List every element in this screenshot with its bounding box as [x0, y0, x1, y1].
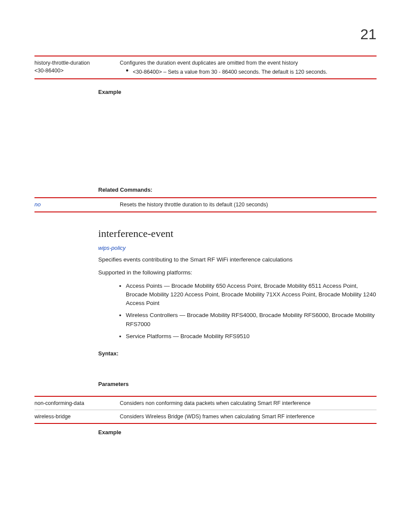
example-section: Example: [98, 89, 377, 95]
related-commands-section: Related Commands:: [98, 187, 377, 193]
param-name-line1: history-throttle-duration: [34, 60, 90, 66]
syntax-heading: Syntax:: [98, 350, 377, 357]
param-key: non-conforming-data: [34, 397, 120, 410]
param-desc-line1: Configures the duration event duplicates…: [120, 60, 298, 66]
related-desc-cell: Resets the history throttle duration to …: [120, 198, 377, 212]
table-row: history-throttle-duration <30-86400> Con…: [34, 56, 377, 78]
interference-event-section: interference-event wips-policy Specifies…: [98, 228, 377, 387]
related-commands-heading: Related Commands:: [98, 187, 377, 193]
parameters-table: non-conforming-data Considers non confor…: [34, 397, 377, 423]
list-item: Service Platforms — Brocade Mobility RFS…: [126, 332, 377, 341]
example-heading: Example: [98, 89, 377, 95]
table-row: no Resets the history throttle duration …: [34, 198, 377, 212]
wips-policy-link[interactable]: wips-policy: [98, 245, 377, 251]
table-row: wireless-bridge Considers Wireless Bridg…: [34, 410, 377, 423]
example-heading-2: Example: [98, 429, 377, 436]
related-table-bottom-rule: [34, 212, 377, 212]
list-item: Access Points — Brocade Mobility 650 Acc…: [126, 282, 377, 308]
related-commands-table: no Resets the history throttle duration …: [34, 198, 377, 212]
section-title: interference-event: [98, 228, 377, 240]
page-number: 21: [34, 26, 377, 43]
param-name-line2: <30-86400>: [34, 68, 63, 74]
param-desc-cell: Configures the duration event duplicates…: [120, 56, 377, 78]
bullet-icon: •: [126, 68, 128, 73]
param-name-cell: history-throttle-duration <30-86400>: [34, 56, 120, 78]
example-section-2: Example: [98, 429, 377, 436]
syntax-body-placeholder: [98, 361, 377, 371]
parameters-heading: Parameters: [98, 381, 377, 387]
param-desc-bullet-text: <30-86400> – Sets a value from 30 - 8640…: [133, 68, 327, 76]
related-key-cell: no: [34, 198, 120, 212]
history-throttle-table: history-throttle-duration <30-86400> Con…: [34, 56, 377, 78]
table-bottom-rule: [34, 78, 377, 79]
page-container: 21 history-throttle-duration <30-86400> …: [0, 0, 411, 466]
no-command-link[interactable]: no: [34, 201, 40, 208]
param-desc: Considers Wireless Bridge (WDS) frames w…: [120, 410, 377, 423]
platform-list: Access Points — Brocade Mobility 650 Acc…: [98, 282, 377, 341]
list-item: Wireless Controllers — Brocade Mobility …: [126, 311, 377, 329]
param-desc: Considers non conforming data packets wh…: [120, 397, 377, 410]
table-row: non-conforming-data Considers non confor…: [34, 397, 377, 410]
param-desc-bullet-row: • <30-86400> – Sets a value from 30 - 86…: [126, 68, 373, 76]
example-body-placeholder: [34, 100, 377, 177]
supported-paragraph: Supported in the following platforms:: [98, 268, 377, 277]
intro-paragraph: Specifies events contributing to the Sma…: [98, 255, 377, 264]
params-table-bottom-rule: [34, 423, 377, 424]
param-key: wireless-bridge: [34, 410, 120, 423]
